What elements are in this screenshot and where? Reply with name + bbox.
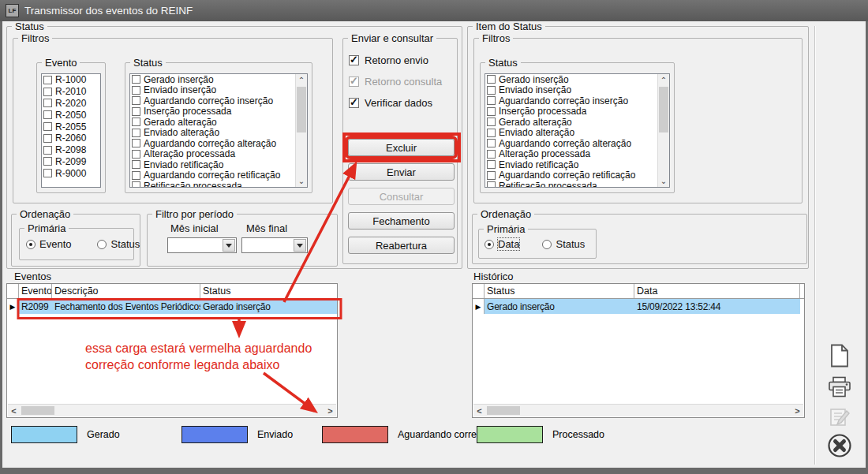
radio-option[interactable]: Data: [485, 238, 519, 250]
checkbox-icon[interactable]: [132, 96, 140, 105]
checkbox-icon[interactable]: [132, 181, 140, 188]
horizontal-scrollbar[interactable]: < >: [473, 404, 803, 416]
checkbox-icon[interactable]: [487, 139, 496, 147]
checkbox-icon[interactable]: [132, 139, 140, 147]
checkbox-icon[interactable]: [487, 129, 496, 137]
checkbox-icon[interactable]: [132, 171, 140, 180]
status-filter-item[interactable]: Retificação processada: [130, 181, 295, 188]
action-button[interactable]: Excluir: [348, 139, 455, 156]
checkbox-icon[interactable]: [349, 98, 359, 108]
column-header-status[interactable]: Status: [200, 284, 337, 298]
checkbox-icon[interactable]: [487, 181, 496, 188]
checkbox-icon[interactable]: [349, 55, 359, 65]
checkbox-icon[interactable]: [132, 160, 140, 169]
column-header-data[interactable]: Data: [634, 284, 800, 298]
vertical-scrollbar[interactable]: ⌃ ⌄: [657, 74, 669, 187]
evento-filter-item[interactable]: R-1000: [42, 74, 100, 86]
status-filter-item[interactable]: Gerado alteração: [485, 117, 657, 128]
checkbox-icon[interactable]: [349, 77, 359, 87]
checkbox-icon[interactable]: [43, 76, 52, 84]
status-filter-item[interactable]: Enviado alteração: [485, 128, 657, 139]
radio-icon[interactable]: [485, 240, 494, 249]
evento-filter-item[interactable]: R-2050: [42, 109, 100, 121]
dropdown-arrow-icon[interactable]: [294, 239, 306, 252]
status-filter-item[interactable]: Aguardando correção retificação: [130, 170, 295, 181]
scrollbar-thumb[interactable]: [659, 87, 668, 132]
checkbox-icon[interactable]: [132, 107, 140, 116]
status-filter-item[interactable]: Aguardando correção inserção: [485, 95, 657, 106]
checkbox-icon[interactable]: [43, 146, 52, 155]
scrollbar-thumb[interactable]: [21, 406, 54, 415]
status-filter-item[interactable]: Gerado inserção: [130, 74, 295, 85]
checkbox-icon[interactable]: [43, 122, 52, 131]
evento-filter-item[interactable]: R-2060: [42, 132, 100, 144]
status-filter-item[interactable]: Inserção processada: [485, 106, 657, 118]
checkbox-icon[interactable]: [43, 110, 52, 119]
status-filter-item[interactable]: Aguardando correção alteração: [130, 138, 295, 149]
vertical-scrollbar[interactable]: ⌃ ⌄: [295, 74, 307, 187]
mes-final-combobox[interactable]: [241, 237, 308, 253]
status-filter-item[interactable]: Enviado inserção: [485, 85, 657, 96]
action-button[interactable]: Enviar: [348, 163, 455, 181]
horizontal-scrollbar[interactable]: < >: [8, 404, 336, 416]
scroll-left-icon[interactable]: <: [8, 405, 20, 416]
mes-inicial-combobox[interactable]: [167, 237, 237, 253]
scrollbar-thumb[interactable]: [487, 406, 520, 415]
status-filter-item[interactable]: Aguardando correção inserção: [130, 95, 295, 106]
evento-filter-item[interactable]: R-9000: [42, 167, 100, 179]
checkbox-icon[interactable]: [132, 129, 140, 137]
option-checkbox-row[interactable]: Verificar dados: [349, 92, 453, 114]
historico-table-row[interactable]: ▶ Gerado inserção 15/09/2022 13:52:44: [473, 299, 804, 314]
status-filter-item[interactable]: Alteração processada: [130, 149, 295, 160]
radio-icon[interactable]: [97, 240, 107, 249]
checkbox-icon[interactable]: [487, 150, 496, 159]
evento-filter-item[interactable]: R-2098: [42, 144, 100, 156]
radio-icon[interactable]: [26, 240, 36, 249]
checkbox-icon[interactable]: [487, 160, 496, 169]
column-header-evento[interactable]: Evento: [19, 284, 52, 298]
status-filter-item[interactable]: Aguardando correção retificação: [485, 170, 657, 181]
checkbox-icon[interactable]: [487, 171, 496, 180]
checkbox-icon[interactable]: [43, 157, 52, 166]
checkbox-icon[interactable]: [487, 118, 496, 126]
status-filter-item[interactable]: Alteração processada: [485, 149, 657, 160]
status-filter-item[interactable]: Inserção processada: [130, 106, 295, 118]
checkbox-icon[interactable]: [487, 96, 496, 105]
scroll-up-icon[interactable]: ⌃: [296, 74, 307, 86]
checkbox-icon[interactable]: [132, 75, 140, 84]
checkbox-icon[interactable]: [132, 86, 140, 95]
status-filter-item[interactable]: Gerado inserção: [485, 74, 657, 85]
scrollbar-thumb[interactable]: [297, 87, 306, 132]
checkbox-icon[interactable]: [132, 118, 140, 126]
scroll-down-icon[interactable]: ⌄: [658, 175, 669, 187]
checkbox-icon[interactable]: [487, 75, 496, 84]
status-filter-item[interactable]: Enviado retificação: [485, 159, 657, 170]
evento-filter-item[interactable]: R-2020: [42, 98, 100, 110]
checkbox-icon[interactable]: [132, 150, 140, 159]
scroll-up-icon[interactable]: ⌃: [658, 74, 669, 86]
status-filter-item[interactable]: Aguardando correção alteração: [485, 138, 657, 149]
status-filter-item[interactable]: Enviado inserção: [130, 85, 295, 96]
radio-icon[interactable]: [542, 240, 552, 249]
radio-option[interactable]: Status: [542, 238, 585, 250]
dropdown-arrow-icon[interactable]: [223, 239, 235, 252]
checkbox-icon[interactable]: [43, 88, 52, 96]
column-header-descricao[interactable]: Descrição: [52, 284, 200, 298]
evento-filter-item[interactable]: R-2010: [42, 86, 100, 98]
scroll-down-icon[interactable]: ⌄: [296, 175, 307, 187]
status-filter-item[interactable]: Retificação processada: [485, 181, 657, 188]
eventos-table-row[interactable]: ▶ R2099 Fechamento dos Eventos Periódico…: [7, 299, 337, 314]
checkbox-icon[interactable]: [487, 107, 496, 116]
option-checkbox-row[interactable]: Retorno envio: [349, 50, 453, 71]
radio-option[interactable]: Status: [97, 238, 140, 250]
status-filter-item[interactable]: Gerado alteração: [130, 117, 295, 128]
close-window-icon[interactable]: [826, 432, 853, 459]
scroll-right-icon[interactable]: >: [791, 405, 803, 416]
scroll-left-icon[interactable]: <: [473, 405, 485, 416]
action-button[interactable]: Reabertura: [348, 237, 455, 254]
evento-filter-item[interactable]: R-2055: [42, 121, 100, 132]
scroll-right-icon[interactable]: >: [324, 405, 336, 416]
checkbox-icon[interactable]: [43, 99, 52, 107]
radio-option[interactable]: Evento: [26, 238, 71, 250]
new-document-icon[interactable]: [826, 342, 853, 369]
